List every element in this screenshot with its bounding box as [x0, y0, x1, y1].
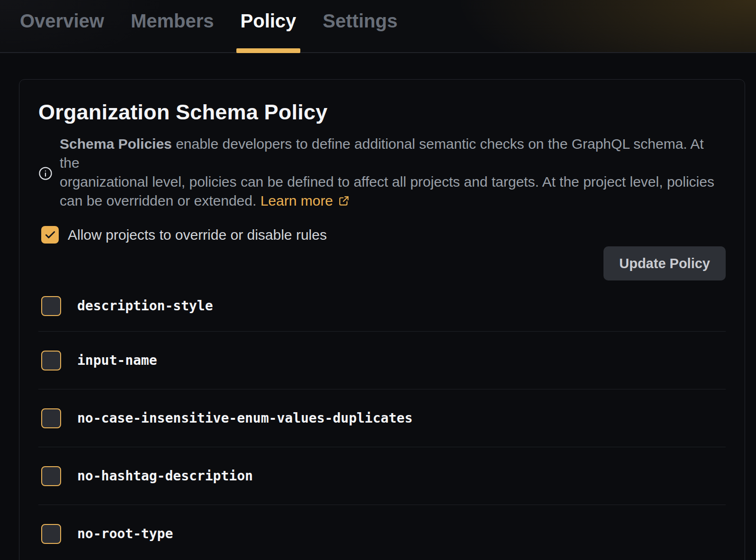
- policy-rules-list: description-style input-name no-case-ins…: [38, 280, 726, 560]
- rule-name: no-hashtag-description: [77, 468, 253, 484]
- info-bold-lead: Schema Policies: [60, 136, 172, 152]
- rule-row-input-name: input-name: [38, 332, 726, 389]
- rule-name: description-style: [77, 298, 213, 314]
- learn-more-link[interactable]: Learn more: [261, 193, 350, 208]
- rule-row-description-style: description-style: [38, 280, 726, 332]
- schema-policy-card: Organization Schema Policy Schema Polici…: [19, 79, 745, 560]
- info-line-2: organizational level, policies can be de…: [60, 172, 726, 191]
- tab-overview[interactable]: Overview: [20, 9, 104, 32]
- rule-name: no-case-insensitive-enum-values-duplicat…: [77, 410, 413, 426]
- allow-override-checkbox[interactable]: [41, 226, 59, 244]
- button-row: Update Policy: [38, 246, 726, 280]
- allow-override-row: Allow projects to override or disable ru…: [41, 226, 726, 244]
- rule-name: input-name: [77, 352, 157, 368]
- rule-row-no-hashtag-description: no-hashtag-description: [38, 447, 726, 505]
- info-callout: Schema Policies enable developers to def…: [38, 135, 726, 212]
- tab-policy[interactable]: Policy: [241, 9, 297, 32]
- rule-checkbox[interactable]: [41, 296, 61, 316]
- info-circle-icon: [38, 166, 53, 181]
- tab-list: Overview Members Policy Settings: [0, 0, 756, 32]
- check-icon: [44, 229, 56, 241]
- top-tab-bar: Overview Members Policy Settings: [0, 0, 756, 53]
- info-line-1: Schema Policies enable developers to def…: [60, 135, 726, 172]
- rule-checkbox[interactable]: [41, 351, 61, 370]
- allow-override-label: Allow projects to override or disable ru…: [68, 227, 327, 243]
- info-paragraph: Schema Policies enable developers to def…: [60, 135, 726, 212]
- tab-members[interactable]: Members: [131, 9, 214, 32]
- rule-checkbox[interactable]: [41, 524, 61, 544]
- info-line-3: can be overridden or extended. Learn mor…: [60, 191, 726, 212]
- update-policy-button[interactable]: Update Policy: [603, 246, 726, 280]
- tab-settings[interactable]: Settings: [323, 9, 397, 32]
- rule-row-no-case-insensitive-enum-values-duplicates: no-case-insensitive-enum-values-duplicat…: [38, 389, 726, 447]
- rule-checkbox[interactable]: [41, 408, 61, 428]
- rule-row-no-root-type: no-root-type: [38, 505, 726, 560]
- rule-name: no-root-type: [77, 526, 173, 542]
- rule-checkbox[interactable]: [41, 466, 61, 486]
- external-link-icon: [338, 193, 350, 212]
- page-title: Organization Schema Policy: [38, 101, 726, 123]
